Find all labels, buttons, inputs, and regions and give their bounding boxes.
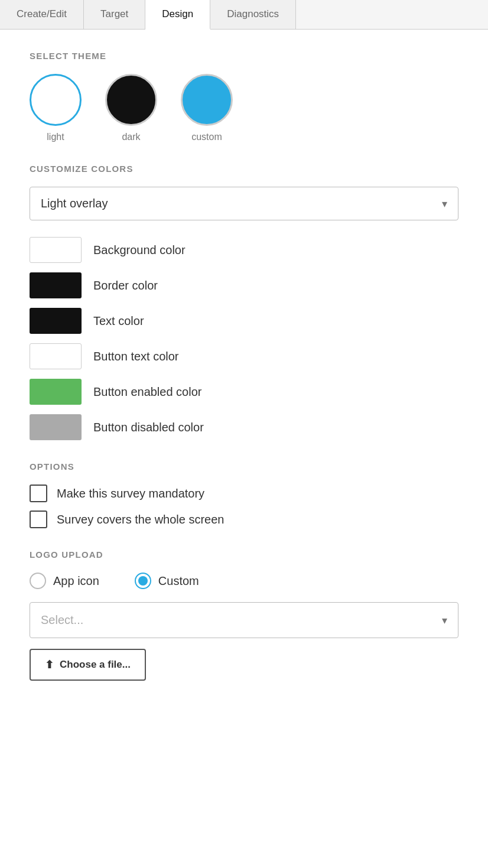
background-color-swatch [30,237,82,263]
color-row-button-text[interactable]: Button text color [30,343,458,369]
checkbox-mandatory-box[interactable] [30,485,47,502]
text-color-label: Text color [93,314,144,328]
button-text-color-label: Button text color [93,350,179,363]
theme-label-dark: dark [122,132,140,142]
file-select-dropdown[interactable]: Select... ▾ [30,602,458,638]
button-disabled-color-label: Button disabled color [93,421,204,434]
radio-app-icon[interactable]: App icon [30,573,99,589]
radio-custom[interactable]: Custom [135,573,199,589]
color-row-text[interactable]: Text color [30,308,458,334]
options-section-title: OPTIONS [30,461,458,472]
button-disabled-color-swatch [30,414,82,440]
theme-label-light: light [47,132,64,142]
radio-custom-label: Custom [158,574,199,588]
tab-target[interactable]: Target [84,0,145,29]
chevron-down-icon-2: ▾ [442,614,447,627]
tab-create-edit[interactable]: Create/Edit [0,0,84,29]
tab-diagnostics[interactable]: Diagnostics [210,0,296,29]
checkbox-full-screen-box[interactable] [30,511,47,528]
overlay-dropdown-value: Light overlay [41,197,108,210]
background-color-label: Background color [93,243,186,257]
color-row-background[interactable]: Background color [30,237,458,263]
theme-circle-light [30,74,82,126]
theme-circle-dark [105,74,157,126]
color-row-button-disabled[interactable]: Button disabled color [30,414,458,440]
chevron-down-icon: ▾ [442,197,447,210]
logo-upload-section: LOGO UPLOAD App icon Custom Select... ▾ … [30,550,458,681]
checkbox-full-screen-label: Survey covers the whole screen [57,513,224,526]
radio-custom-circle [135,573,151,589]
checkbox-mandatory-label: Make this survey mandatory [57,487,204,500]
checkbox-full-screen[interactable]: Survey covers the whole screen [30,511,458,528]
radio-app-icon-label: App icon [53,574,99,588]
overlay-dropdown[interactable]: Light overlay ▾ [30,187,458,220]
tab-design[interactable]: Design [145,0,210,30]
customize-colors-title: CUSTOMIZE COLORS [30,164,458,174]
main-content: SELECT THEME light dark custom CUSTOMIZE… [0,30,488,720]
radio-options: App icon Custom [30,573,458,589]
button-text-color-swatch [30,343,82,369]
theme-option-dark[interactable]: dark [105,74,157,142]
theme-section: SELECT THEME light dark custom [30,51,458,142]
radio-app-icon-circle [30,573,46,589]
customize-colors-section: CUSTOMIZE COLORS Light overlay ▾ Backgro… [30,164,458,440]
logo-upload-title: LOGO UPLOAD [30,550,458,560]
color-row-border[interactable]: Border color [30,272,458,298]
theme-label-custom: custom [191,132,222,142]
text-color-swatch [30,308,82,334]
border-color-swatch [30,272,82,298]
theme-option-light[interactable]: light [30,74,82,142]
border-color-label: Border color [93,279,158,292]
file-select-placeholder: Select... [41,613,83,627]
options-section: OPTIONS Make this survey mandatory Surve… [30,461,458,528]
tab-bar: Create/Edit Target Design Diagnostics [0,0,488,30]
color-row-button-enabled[interactable]: Button enabled color [30,379,458,405]
checkbox-mandatory[interactable]: Make this survey mandatory [30,485,458,502]
theme-options: light dark custom [30,74,458,142]
choose-file-button[interactable]: ⬆ Choose a file... [30,649,146,681]
upload-icon: ⬆ [45,658,54,671]
choose-file-label: Choose a file... [60,659,131,671]
button-enabled-color-label: Button enabled color [93,385,201,399]
theme-section-title: SELECT THEME [30,51,458,61]
color-rows: Background color Border color Text color… [30,237,458,440]
theme-option-custom[interactable]: custom [181,74,233,142]
theme-circle-custom [181,74,233,126]
button-enabled-color-swatch [30,379,82,405]
